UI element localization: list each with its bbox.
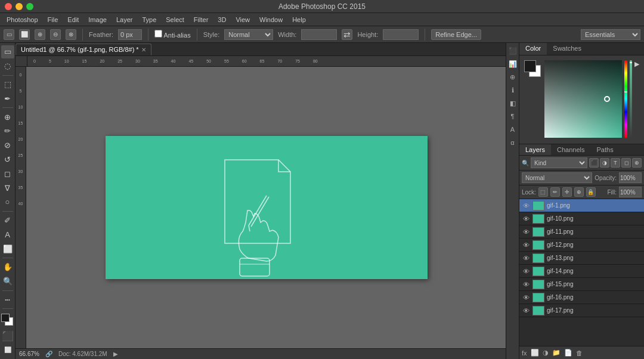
screen-mode[interactable]: ⬜: [1, 343, 14, 357]
close-button[interactable]: [5, 3, 12, 10]
tool-icon[interactable]: ▭: [4, 29, 14, 40]
hue-slider[interactable]: [624, 60, 627, 138]
menu-filter[interactable]: Filter: [190, 15, 212, 24]
add-mask-icon[interactable]: ⬜: [531, 349, 539, 357]
eraser-tool[interactable]: ◻: [1, 167, 14, 180]
height-input[interactable]: [383, 29, 419, 40]
filter-shape-icon[interactable]: ◻: [621, 158, 631, 168]
intersect-selection-icon[interactable]: ⊗: [66, 29, 76, 40]
crop-tool[interactable]: ⬚: [1, 78, 14, 91]
layer-visibility-toggle[interactable]: 👁: [522, 241, 530, 249]
menu-select[interactable]: Select: [162, 15, 188, 24]
feather-input[interactable]: [118, 29, 142, 40]
menu-window[interactable]: Window: [255, 15, 287, 24]
lock-pixels-button[interactable]: ✏: [550, 187, 560, 197]
history-tool[interactable]: ↺: [1, 153, 14, 166]
lock-position-button[interactable]: ✛: [562, 187, 572, 197]
paragraph-btn[interactable]: ¶: [507, 111, 518, 122]
opacity-input[interactable]: [619, 172, 642, 183]
info-btn[interactable]: ℹ: [507, 85, 518, 95]
layer-item[interactable]: 👁 gif-11.png: [519, 225, 644, 239]
filter-type-icon[interactable]: T: [611, 158, 620, 168]
menu-view[interactable]: View: [231, 15, 254, 24]
layer-item[interactable]: 👁 gif-13.png: [519, 252, 644, 265]
lasso-tool[interactable]: ◌: [1, 60, 14, 73]
menu-3d[interactable]: 3D: [213, 15, 230, 24]
layer-visibility-toggle[interactable]: 👁: [522, 215, 530, 223]
document-tab[interactable]: Untitled1 @ 66.7% (gif-1.png, RGB/8#) * …: [16, 44, 151, 55]
canvas-document[interactable]: [106, 136, 428, 279]
layer-item[interactable]: 👁 gif-15.png: [519, 278, 644, 291]
new-group-icon[interactable]: 📁: [552, 349, 561, 357]
dodge-tool[interactable]: ○: [1, 196, 14, 209]
menu-help[interactable]: Help: [288, 15, 310, 24]
fill-input[interactable]: [619, 187, 642, 197]
color-picker-circle[interactable]: [604, 96, 610, 102]
swatches-tab[interactable]: Swatches: [547, 43, 587, 55]
style-select[interactable]: Normal Fixed Ratio Fixed Size: [224, 29, 273, 40]
expand-info-button[interactable]: ▶: [113, 351, 118, 357]
color-gradient-container[interactable]: [544, 60, 622, 139]
layer-item[interactable]: 👁 gif-12.png: [519, 239, 644, 252]
pen-tool[interactable]: ✐: [1, 214, 14, 227]
lock-all-button[interactable]: 🔒: [586, 187, 596, 197]
layer-item[interactable]: 👁 gif-17.png: [519, 304, 644, 317]
filter-smart-icon[interactable]: ⊕: [632, 158, 642, 168]
refine-edge-button[interactable]: Refine Edge...: [431, 29, 481, 40]
menu-file[interactable]: File: [44, 15, 63, 24]
tab-close-button[interactable]: ✕: [141, 47, 146, 53]
blend-mode-select[interactable]: Normal: [522, 172, 592, 183]
histogram-btn[interactable]: 📊: [507, 58, 518, 69]
extra-tools[interactable]: •••: [1, 293, 14, 307]
quick-mask-toggle[interactable]: ⬛: [1, 329, 14, 342]
zoom-tool[interactable]: 🔍: [1, 275, 14, 288]
layer-visibility-toggle[interactable]: 👁: [522, 293, 530, 302]
swap-icon[interactable]: ⇄: [342, 29, 352, 40]
layer-comps-btn[interactable]: ◧: [507, 98, 518, 109]
character-btn[interactable]: A: [507, 124, 518, 135]
layer-item[interactable]: 👁 gif-1.png: [519, 199, 644, 212]
layer-item[interactable]: 👁 gif-16.png: [519, 291, 644, 304]
text-tool[interactable]: A: [1, 228, 14, 242]
status-icon[interactable]: 🔗: [45, 351, 52, 357]
layer-visibility-toggle[interactable]: 👁: [522, 267, 530, 276]
anti-alias-checkbox[interactable]: [154, 30, 162, 38]
menu-image[interactable]: Image: [84, 15, 111, 24]
adjustments-btn[interactable]: ⊕: [507, 72, 518, 82]
filter-kind-select[interactable]: Kind: [531, 157, 587, 168]
fx-label[interactable]: fx: [522, 349, 527, 357]
layers-tab[interactable]: Layers: [519, 144, 551, 155]
color-tab[interactable]: Color: [519, 43, 547, 55]
filter-adjustment-icon[interactable]: ◑: [600, 158, 609, 168]
gradient-tool[interactable]: ∇: [1, 181, 14, 194]
glyphs-btn[interactable]: α: [507, 137, 518, 148]
workspace-select[interactable]: Essentials: [581, 29, 640, 40]
add-selection-icon[interactable]: ⊕: [35, 29, 45, 40]
shape-tool[interactable]: ⬜: [1, 242, 14, 255]
lock-transparent-button[interactable]: ⬚: [538, 187, 548, 197]
lock-artboard-button[interactable]: ⊕: [574, 187, 584, 197]
menu-type[interactable]: Type: [138, 15, 160, 24]
layer-item[interactable]: 👁 gif-10.png: [519, 212, 644, 225]
fg-color-swatch[interactable]: [524, 60, 536, 72]
layer-visibility-toggle[interactable]: 👁: [522, 307, 530, 315]
layer-visibility-toggle[interactable]: 👁: [522, 228, 530, 236]
minimize-button[interactable]: [16, 3, 23, 10]
menu-photoshop[interactable]: Photoshop: [2, 15, 42, 24]
filter-pixel-icon[interactable]: ⬛: [589, 158, 599, 168]
delete-layer-icon[interactable]: 🗑: [576, 349, 583, 357]
new-layer-icon[interactable]: 📄: [564, 349, 572, 357]
maximize-button[interactable]: [26, 3, 33, 10]
color-picker-strip-btn[interactable]: ⬛: [507, 45, 518, 56]
new-adjustment-icon[interactable]: ◑: [543, 349, 549, 357]
brush-tool[interactable]: ✏: [1, 125, 14, 138]
channels-tab[interactable]: Channels: [551, 144, 590, 155]
paths-tab[interactable]: Paths: [591, 144, 620, 155]
menu-layer[interactable]: Layer: [112, 15, 137, 24]
clone-tool[interactable]: ⊘: [1, 139, 14, 152]
healing-tool[interactable]: ⊕: [1, 110, 14, 123]
subtract-selection-icon[interactable]: ⊖: [50, 29, 61, 40]
layer-item[interactable]: 👁 gif-14.png: [519, 265, 644, 278]
hand-tool[interactable]: ✋: [1, 261, 14, 274]
alpha-slider[interactable]: [630, 60, 633, 138]
